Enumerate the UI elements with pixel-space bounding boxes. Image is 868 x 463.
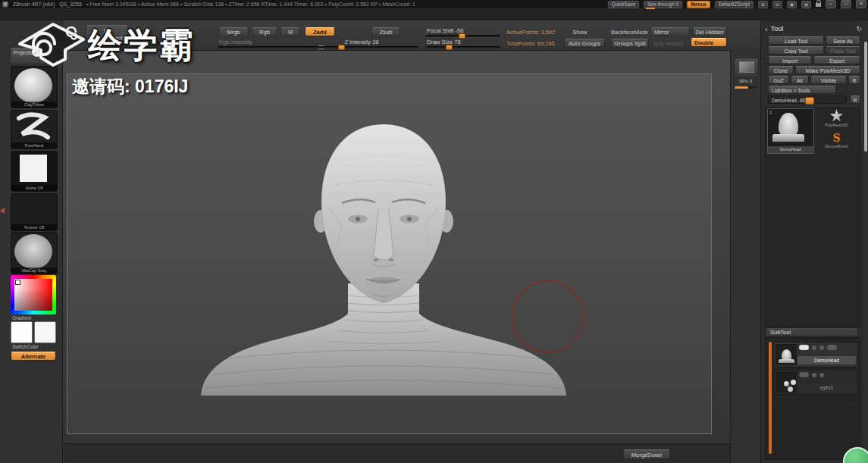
uv-icon[interactable]	[819, 346, 824, 350]
material-sphere-icon	[14, 234, 52, 269]
menus-button[interactable]: Menus	[687, 1, 710, 8]
subtool-name-label: eyes1	[797, 383, 856, 392]
material-name-label: MatCap Gray	[11, 267, 57, 274]
auto-groups-button[interactable]: Auto Groups	[564, 39, 605, 48]
tool-refresh-icon[interactable]: ↻	[856, 25, 862, 33]
rgb-button[interactable]: Rgb	[252, 27, 277, 36]
alternate-button[interactable]: Alternate	[11, 352, 56, 361]
paste-tool-button[interactable]: Paste Tool	[826, 46, 860, 55]
focal-shift-slider[interactable]: Focal Shift -56	[426, 27, 500, 37]
current-alpha-thumbnail[interactable]: Alpha Off	[11, 151, 58, 192]
star-thumbnail-icon	[830, 109, 844, 123]
total-points-stat: TotalPoints: 69,285	[506, 40, 555, 47]
alpha-name-label: Alpha Off	[11, 185, 57, 191]
goz-button[interactable]: GoZ	[768, 76, 789, 84]
current-material-thumbnail[interactable]: MatCap Gray	[11, 232, 58, 274]
goz-r-button[interactable]: R	[848, 76, 860, 84]
polypaint-icon[interactable]	[812, 346, 816, 350]
show-button[interactable]: Show	[567, 27, 593, 36]
draw-size-slider[interactable]: Draw Size 78	[426, 39, 500, 48]
main-color-swatch[interactable]	[11, 321, 33, 343]
current-texture-thumbnail[interactable]: Texture Off	[11, 193, 58, 231]
document-area[interactable]	[67, 74, 712, 434]
lock-icon[interactable]	[816, 3, 821, 7]
del-hidden-button[interactable]: Del Hidden	[692, 27, 727, 36]
quicksave-button[interactable]: QuickSave	[608, 1, 639, 8]
mrgb-button[interactable]: Mrgb	[218, 27, 249, 36]
close-button[interactable]: ×	[856, 0, 866, 8]
color-picker[interactable]	[11, 275, 56, 314]
tool-thumb-current-DemoHead[interactable]: 2 DemoHead	[768, 109, 813, 153]
slider-r-button[interactable]: R	[850, 95, 860, 104]
current-stroke-thumbnail[interactable]: FreeHand	[11, 110, 58, 149]
restore-button[interactable]: □	[841, 0, 851, 8]
double-button[interactable]: Double	[691, 38, 727, 47]
all-button[interactable]: All	[791, 76, 809, 84]
freehand-stroke-icon	[11, 111, 55, 142]
make-polymesh3d-button[interactable]: Make PolyMesh3D	[795, 66, 860, 74]
memory-stats: • Free Mem 3.045GB • Active Mem 986 • Sc…	[86, 2, 415, 7]
panel-toggle-icon-2[interactable]: ⊟	[772, 1, 782, 8]
saturation-square[interactable]	[14, 279, 52, 311]
watermark-invite-code: 邀请码: 0176IJ	[72, 75, 188, 99]
left-shelf: Projection Master ClayTubes FreeHand Alp…	[0, 20, 63, 463]
see-through-slider[interactable]: See-through 0	[644, 1, 682, 8]
import-button[interactable]: Import	[768, 56, 812, 64]
groups-split-button[interactable]: Groups Split	[611, 39, 649, 48]
uv-icon[interactable]	[819, 373, 824, 377]
brush-name-label: ClayTubes	[11, 102, 57, 108]
spix-slider[interactable]: SPix 3	[733, 79, 758, 89]
visibility-eye-icon[interactable]	[799, 372, 809, 377]
switch-color-button[interactable]: SwitchColor	[0, 344, 62, 349]
tool-palette-header[interactable]: ‹ Tool ↻	[761, 23, 868, 35]
head-thumbnail-icon	[782, 349, 791, 361]
split-hidden-button[interactable]: Split Hidden	[653, 40, 683, 47]
m-button[interactable]: M	[280, 27, 300, 36]
head-thumbnail-icon	[779, 113, 798, 137]
subtool-scroll-bar[interactable]	[769, 342, 772, 454]
lightbox-tools-button[interactable]: Lightbox > Tools	[768, 86, 836, 94]
screenshot-icon[interactable]: ▣	[787, 1, 797, 8]
render-toggle-icon[interactable]	[827, 345, 837, 350]
demohead-slider[interactable]: DemoHead. 48	[768, 95, 847, 104]
merge-down-button[interactable]: MergeDown	[623, 449, 670, 459]
zbrush-window: Z ZBrush 4R7 (x64) QS_3255 • Free Mem 3.…	[0, 0, 868, 463]
panel-scrollbar-thumb[interactable]	[864, 42, 867, 152]
zsub-button[interactable]: Zsub	[371, 27, 400, 36]
panel-toggle-icon-1[interactable]: ⊞	[758, 1, 768, 8]
export-button[interactable]: Export	[813, 56, 860, 64]
subtool-header[interactable]: SubTool	[766, 327, 858, 336]
polypaint-icon[interactable]	[812, 373, 816, 377]
load-tool-button[interactable]: Load Tool	[768, 36, 824, 45]
tool-thumb-SimpleBrush[interactable]: S SimpleBrush	[815, 132, 858, 153]
minimize-button[interactable]: –	[826, 0, 836, 8]
subtool-name-label: DemoHead	[797, 356, 856, 364]
backface-mask-button[interactable]: BackfaceMask	[611, 29, 648, 36]
demohead-model[interactable]	[67, 74, 713, 435]
render-preview-icon[interactable]	[734, 58, 759, 77]
visible-button[interactable]: Visible	[810, 76, 847, 84]
window-title: ZBrush 4R7 (x64)	[13, 2, 55, 7]
tool-thumb-PolyMesh3D[interactable]: PolyMesh3D	[815, 109, 858, 130]
mirror-button[interactable]: Mirror	[650, 27, 690, 36]
shelf-divider-arrow[interactable]	[0, 208, 5, 214]
z-intensity-slider[interactable]: Z Intensity 28	[305, 39, 418, 48]
secondary-color-swatch[interactable]	[34, 321, 56, 343]
zadd-button[interactable]: Zadd	[305, 27, 335, 36]
tool-inventory: 2 DemoHead PolyMesh3D S SimpleBrush	[765, 108, 860, 327]
subtool-row-demohead[interactable]: DemoHead	[773, 342, 858, 368]
bottom-tray: MergeDown	[62, 443, 730, 463]
canvas[interactable]	[62, 50, 730, 443]
grab-doc-icon[interactable]: ▤	[801, 1, 811, 8]
visibility-eye-icon[interactable]	[799, 345, 809, 350]
clone-button[interactable]: Clone	[768, 66, 794, 74]
subtool-row-eyes1[interactable]: eyes1	[773, 369, 858, 395]
collapse-chevron-icon[interactable]: ‹	[765, 25, 768, 33]
copy-tool-button[interactable]: Copy Tool	[768, 46, 824, 55]
color-marker	[15, 280, 20, 285]
menubar	[0, 8, 868, 20]
save-as-button[interactable]: Save As	[826, 36, 860, 45]
gradient-toggle[interactable]: Gradient	[0, 315, 62, 321]
huixueba-logo-icon	[15, 14, 87, 77]
default-zscript-button[interactable]: DefaultZScript	[715, 1, 754, 8]
